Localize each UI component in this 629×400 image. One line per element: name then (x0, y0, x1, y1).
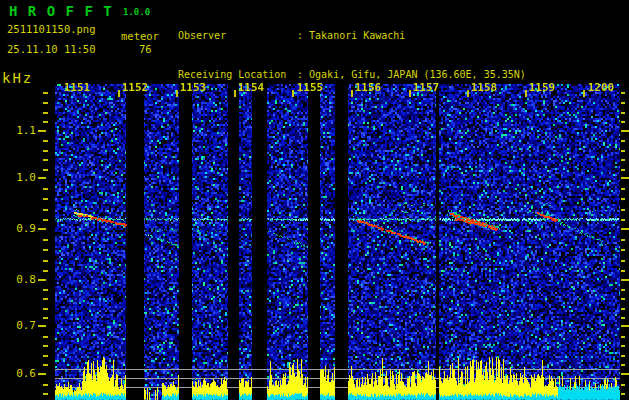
freq-major-tick (38, 373, 46, 375)
freq-tick-label: 1.1 (0, 124, 36, 137)
observer-value: Takanori Kawachi (309, 30, 405, 41)
freq-minor-tick (43, 239, 48, 241)
freq-minor-tick-right (621, 270, 625, 272)
freq-minor-tick-right (621, 92, 625, 94)
freq-minor-tick (43, 317, 48, 319)
freq-tick-label: 0.6 (0, 367, 36, 380)
freq-minor-tick (43, 345, 48, 347)
freq-minor-tick (43, 364, 48, 366)
spectrogram-canvas (55, 84, 620, 400)
freq-tick-label: 0.8 (0, 273, 36, 286)
freq-minor-tick-right (621, 209, 625, 211)
freq-minor-tick-right (621, 289, 625, 291)
freq-minor-tick (43, 102, 48, 104)
freq-minor-tick-right (621, 364, 625, 366)
freq-minor-tick-right (621, 384, 625, 386)
freq-minor-tick-right (621, 355, 625, 357)
freq-minor-tick (43, 140, 48, 142)
freq-tick-label: 0.9 (0, 222, 36, 235)
time-label: 1152 (115, 81, 155, 94)
output-filename: 2511101150.png (7, 23, 96, 35)
echo-count: 76 (139, 43, 152, 55)
freq-minor-tick-right (621, 298, 625, 300)
freq-minor-tick-right (621, 169, 625, 171)
freq-minor-tick-right (621, 239, 625, 241)
info-row-location: Receiving Location: Ogaki, Gifu, JAPAN (… (178, 68, 526, 81)
freq-minor-tick-right (621, 260, 625, 262)
date-time: 25.11.10 11:50 (7, 43, 96, 55)
freq-minor-tick (43, 209, 48, 211)
freq-unit-label: kHz (2, 70, 33, 86)
freq-major-tick (38, 177, 46, 179)
time-label: 1155 (290, 81, 330, 94)
info-row-observer: Observer: Takanori Kawachi (178, 29, 526, 42)
freq-minor-tick (43, 121, 48, 123)
freq-minor-tick (43, 393, 48, 395)
freq-minor-tick (43, 355, 48, 357)
freq-minor-tick (43, 308, 48, 310)
freq-minor-tick (43, 384, 48, 386)
freq-minor-tick (43, 169, 48, 171)
time-label: 1154 (231, 81, 271, 94)
freq-minor-tick (43, 260, 48, 262)
app-version: 1.0.0 (123, 7, 150, 17)
freq-major-tick-right (621, 373, 629, 375)
freq-minor-tick (43, 289, 48, 291)
time-label: 1200 (581, 81, 621, 94)
freq-minor-tick-right (621, 308, 625, 310)
freq-minor-tick-right (621, 249, 625, 251)
freq-minor-tick (43, 249, 48, 251)
freq-minor-tick (43, 188, 48, 190)
time-label: 1157 (406, 81, 446, 94)
freq-major-tick (38, 130, 46, 132)
freq-major-tick-right (621, 130, 629, 132)
location-value: Ogaki, Gifu, JAPAN (136.60E, 35.35N) (309, 69, 526, 80)
hrofft-screen: H R O F F T 1.0.0 2511101150.png meteor … (0, 0, 629, 400)
mode-label: meteor (121, 30, 159, 42)
freq-tick-label: 1.0 (0, 171, 36, 184)
freq-minor-tick-right (621, 345, 625, 347)
freq-major-tick-right (621, 325, 629, 327)
time-label: 1153 (173, 81, 213, 94)
freq-minor-tick-right (621, 198, 625, 200)
freq-tick-label: 0.7 (0, 319, 36, 332)
freq-minor-tick (43, 270, 48, 272)
freq-minor-tick (43, 112, 48, 114)
freq-minor-tick-right (621, 159, 625, 161)
freq-minor-tick-right (621, 336, 625, 338)
app-title: H R O F F T (9, 3, 113, 19)
freq-minor-tick (43, 150, 48, 152)
freq-major-tick-right (621, 279, 629, 281)
time-label: 1159 (522, 81, 562, 94)
freq-minor-tick (43, 336, 48, 338)
freq-minor-tick-right (621, 219, 625, 221)
freq-minor-tick-right (621, 102, 625, 104)
freq-minor-tick (43, 298, 48, 300)
time-label: 1151 (57, 81, 97, 94)
freq-major-tick-right (621, 177, 629, 179)
freq-minor-tick-right (621, 112, 625, 114)
freq-minor-tick-right (621, 393, 625, 395)
freq-minor-tick-right (621, 317, 625, 319)
freq-major-tick (38, 279, 46, 281)
freq-major-tick-right (621, 228, 629, 230)
time-label: 1158 (464, 81, 504, 94)
freq-major-tick (38, 228, 46, 230)
freq-minor-tick-right (621, 140, 625, 142)
freq-minor-tick (43, 198, 48, 200)
freq-major-tick (38, 325, 46, 327)
freq-minor-tick (43, 92, 48, 94)
freq-minor-tick (43, 159, 48, 161)
freq-minor-tick-right (621, 121, 625, 123)
freq-minor-tick-right (621, 188, 625, 190)
time-label: 1156 (348, 81, 388, 94)
freq-minor-tick (43, 219, 48, 221)
freq-minor-tick-right (621, 150, 625, 152)
